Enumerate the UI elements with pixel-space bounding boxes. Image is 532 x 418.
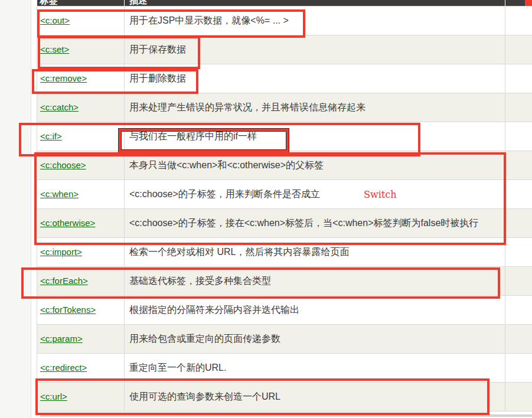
table-row: <c:out> 用于在JSP中显示数据，就像<%= ... > xyxy=(37,6,532,35)
desc-text: 与我们在一般程序中用的if一样 xyxy=(129,131,257,141)
page: { "header": { "tag_col": "标签", "desc_col… xyxy=(0,0,532,418)
link-c-import[interactable]: <c:import> xyxy=(40,247,82,257)
table-row: <c:when> <c:choose>的子标签，用来判断条件是否成立 xyxy=(37,180,532,209)
link-c-when[interactable]: <c:when> xyxy=(40,189,79,199)
desc-text: 本身只当做<c:when>和<c:otherwise>的父标签 xyxy=(129,160,324,170)
table-header: 标签 描述 xyxy=(37,0,532,6)
link-c-param[interactable]: <c:param> xyxy=(40,334,83,344)
jstl-core-tags-table: 标签 描述 <c:out> 用于在JSP中显示数据，就像<%= ... > <c… xyxy=(37,0,532,412)
annotation-box-header-fragment xyxy=(525,0,532,6)
page-left-margin xyxy=(0,0,31,418)
table-row: <c:import> 检索一个绝对或相对 URL，然后将其内容暴露给页面 xyxy=(37,238,532,267)
table-row: <c:otherwise> <c:choose>的子标签，接在<c:when>标… xyxy=(37,209,532,238)
desc-text: 根据指定的分隔符来分隔内容并迭代输出 xyxy=(129,305,299,315)
link-c-if[interactable]: <c:if> xyxy=(40,131,62,141)
link-c-choose[interactable]: <c:choose> xyxy=(40,160,86,170)
table-row: <c:remove> 用于删除数据 xyxy=(37,64,532,93)
link-c-foreach[interactable]: <c:forEach> xyxy=(40,276,88,286)
desc-text: 基础迭代标签，接受多种集合类型 xyxy=(129,276,271,286)
link-c-fortokens[interactable]: <c:forTokens> xyxy=(40,305,96,315)
table-row: <c:set> 用于保存数据 xyxy=(37,35,532,64)
link-c-catch[interactable]: <c:catch> xyxy=(40,102,79,112)
table-row: <c:forTokens> 根据指定的分隔符来分隔内容并迭代输出 xyxy=(37,296,532,325)
desc-text: 重定向至一个新的URL. xyxy=(129,363,226,373)
link-c-remove[interactable]: <c:remove> xyxy=(40,73,87,83)
table-row: <c:if> 与我们在一般程序中用的if一样 xyxy=(37,122,532,151)
table-row: <c:redirect> 重定向至一个新的URL. xyxy=(37,354,532,383)
table-row: <c:param> 用来给包含或重定向的页面传递参数 xyxy=(37,325,532,354)
link-c-out[interactable]: <c:out> xyxy=(40,15,70,25)
desc-text: 用来给包含或重定向的页面传递参数 xyxy=(129,334,280,344)
desc-text: 用来处理产生错误的异常状况，并且将错误信息储存起来 xyxy=(129,102,365,112)
table-row: <c:choose> 本身只当做<c:when>和<c:otherwise>的父… xyxy=(37,151,532,180)
header-cell-tag: 标签 xyxy=(37,0,125,6)
link-c-url[interactable]: <c:url> xyxy=(40,391,67,401)
desc-text: 使用可选的查询参数来创造一个URL xyxy=(129,391,280,401)
table-row: <c:catch> 用来处理产生错误的异常状况，并且将错误信息储存起来 xyxy=(37,93,532,122)
desc-text: 用于在JSP中显示数据，就像<%= ... > xyxy=(129,15,289,25)
table-row: <c:url> 使用可选的查询参数来创造一个URL xyxy=(37,383,532,412)
link-c-redirect[interactable]: <c:redirect> xyxy=(40,363,87,373)
table-row: <c:forEach> 基础迭代标签，接受多种集合类型 xyxy=(37,267,532,296)
desc-text: <c:choose>的子标签，接在<c:when>标签后，当<c:when>标签… xyxy=(129,218,478,228)
switch-annotation-text: Switch xyxy=(364,189,396,200)
link-c-set[interactable]: <c:set> xyxy=(40,44,69,54)
desc-text: 用于保存数据 xyxy=(129,44,186,54)
header-desc-label: 描述 xyxy=(125,0,505,6)
desc-text: 用于删除数据 xyxy=(129,73,186,83)
desc-text: <c:choose>的子标签，用来判断条件是否成立 xyxy=(129,189,320,199)
header-cell-desc: 描述 xyxy=(125,0,505,6)
header-tag-label: 标签 xyxy=(37,0,125,6)
bottom-divider-bar xyxy=(40,414,532,417)
desc-text: 检索一个绝对或相对 URL，然后将其内容暴露给页面 xyxy=(129,247,349,257)
link-c-otherwise[interactable]: <c:otherwise> xyxy=(40,218,95,228)
